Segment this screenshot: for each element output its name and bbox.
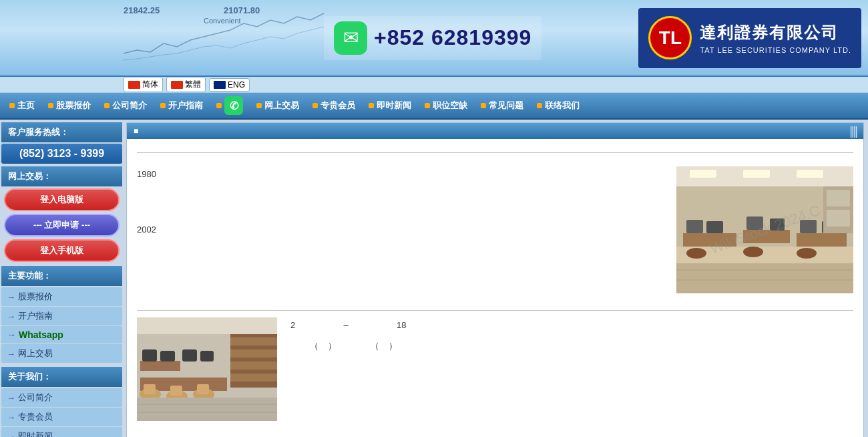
svg-rect-10 — [743, 230, 790, 243]
sidebar-news-label: 即时新闻 — [18, 430, 53, 437]
svg-rect-15 — [770, 218, 785, 231]
nav-home-label: 主页 — [17, 100, 35, 112]
lang-hk[interactable]: 繁體 — [166, 77, 206, 92]
logo-text: 達利證券有限公司 TAT LEE SECURITIES COMPANY LTD. — [700, 22, 851, 54]
svg-rect-30 — [230, 337, 277, 345]
company-max: 18 — [397, 320, 406, 330]
office-image-modern: WikiStock 2024.C — [676, 166, 853, 293]
sidebar-item-online-trade[interactable]: → 网上交易 — [1, 344, 122, 363]
svg-text:21842.25: 21842.25 — [124, 5, 160, 15]
sidebar-item-open-account[interactable]: → 开户指南 — [1, 307, 122, 325]
page-header: 21842.25 21071.80 Convenient ✉ +852 6281… — [0, 0, 868, 77]
content-header: ■ |||| — [127, 123, 863, 139]
arrow-icon-5: → — [7, 393, 15, 403]
sidebar-company-label: 公司简介 — [18, 392, 53, 404]
arrow-icon-7: → — [7, 432, 15, 438]
lang-hk-label: 繁體 — [185, 79, 201, 90]
company-text-2: 2 – 18 （ ） （ ） — [290, 317, 853, 421]
svg-rect-39 — [200, 351, 214, 361]
nav-home[interactable]: 主页 — [3, 96, 41, 116]
arrow-icon-4: → — [7, 349, 15, 359]
svg-text:Convenient: Convenient — [204, 17, 241, 25]
nav-dot-quotes — [48, 103, 53, 108]
btn-login-mobile[interactable]: 登入手机版 — [4, 239, 120, 262]
lang-cn-label: 简体 — [142, 79, 158, 90]
logo-icon: TL — [648, 16, 692, 59]
sidebar-open-account-label: 开户指南 — [18, 310, 53, 322]
nav-open-account[interactable]: 开户指南 — [154, 96, 210, 116]
nav-contact-label: 联络我们 — [545, 100, 580, 112]
logo-cn: 達利證券有限公司 — [700, 22, 851, 43]
company-intro-section: 1980 2002 — [137, 160, 853, 300]
nav-quotes-label: 股票报价 — [56, 100, 91, 112]
arrow-icon-2: → — [7, 311, 15, 321]
svg-rect-5 — [690, 170, 716, 178]
sidebar-phone: (852) 3123 - 9399 — [1, 144, 122, 164]
nav-dot-wa — [216, 103, 222, 108]
svg-point-20 — [797, 248, 817, 259]
header-phone-number: +852 62819399 — [374, 25, 531, 50]
main-content: ■ |||| 1980 2002 — [126, 122, 864, 437]
nav-online-trade[interactable]: 网上交易 — [250, 96, 306, 116]
content-body: 1980 2002 — [127, 139, 863, 428]
year-2002: 2002 — [137, 222, 663, 237]
navbar: 主页 股票报价 公司简介 开户指南 ✆ 网上交易 专贵会员 即时新闻 职位空缺 … — [0, 93, 868, 120]
sidebar-item-whatsapp[interactable]: → Whatsapp — [1, 326, 122, 343]
lang-cn[interactable]: 简体 — [124, 77, 163, 92]
nav-dot-jobs — [425, 103, 430, 108]
btn-login-pc[interactable]: 登入电脑版 — [4, 188, 120, 211]
nav-premium[interactable]: 专贵会员 — [306, 96, 362, 116]
sidebar-online-trade-link-label: 网上交易 — [18, 347, 53, 359]
btn-apply[interactable]: --- 立即申请 --- — [4, 214, 120, 237]
stock-chart: 21842.25 21071.80 Convenient — [117, 0, 331, 77]
sidebar: 客户服务热线： (852) 3123 - 9399 网上交易： 登入电脑版 --… — [0, 120, 124, 437]
content-wrap: 客户服务热线： (852) 3123 - 9399 网上交易： 登入电脑版 --… — [0, 120, 868, 437]
nav-dot-faq — [481, 103, 486, 108]
nav-contact[interactable]: 联络我们 — [530, 96, 586, 116]
nav-whatsapp[interactable]: ✆ — [210, 92, 250, 119]
svg-rect-45 — [197, 384, 209, 394]
nav-dot-ot — [256, 103, 262, 108]
whatsapp-icon-header: ✉ — [334, 21, 367, 55]
sidebar-item-news[interactable]: → 即时新闻 — [1, 427, 122, 437]
content-header-lines: |||| — [849, 124, 857, 138]
svg-point-19 — [743, 247, 763, 257]
office-svg-modern — [676, 166, 853, 293]
content-header-dot: ■ — [134, 126, 138, 136]
count-text: 2 – 18 — [290, 317, 853, 333]
svg-rect-33 — [230, 374, 277, 382]
office-svg-old — [137, 317, 277, 421]
svg-rect-26 — [827, 210, 850, 227]
svg-rect-32 — [230, 361, 277, 370]
nav-jobs[interactable]: 职位空缺 — [418, 96, 474, 116]
svg-rect-43 — [144, 384, 156, 394]
sidebar-item-company[interactable]: → 公司简介 — [1, 388, 122, 407]
svg-rect-7 — [797, 170, 823, 178]
svg-rect-37 — [160, 351, 175, 361]
company-text-1: 1980 2002 — [137, 166, 663, 293]
nav-premium-label: 专贵会员 — [320, 100, 355, 112]
nav-news[interactable]: 即时新闻 — [362, 96, 418, 116]
sidebar-whatsapp-label: Whatsapp — [19, 329, 63, 340]
svg-rect-36 — [142, 349, 157, 361]
svg-rect-16 — [800, 220, 817, 233]
nav-about[interactable]: 公司简介 — [97, 96, 154, 116]
company-count: 2 — [290, 320, 295, 330]
nav-dot-news — [369, 103, 374, 108]
nav-online-trade-label: 网上交易 — [264, 100, 299, 112]
svg-rect-6 — [743, 170, 770, 178]
header-phone-area: ✉ +852 62819399 — [324, 16, 541, 60]
sidebar-item-quotes[interactable]: → 股票报价 — [1, 287, 122, 306]
lang-en[interactable]: ENG — [209, 78, 250, 92]
year-1980: 1980 — [137, 166, 663, 182]
flag-uk — [214, 81, 226, 89]
nav-quotes[interactable]: 股票报价 — [41, 96, 97, 116]
nav-dot-home — [9, 103, 15, 108]
nav-dot-premium — [312, 103, 318, 108]
svg-text:21071.80: 21071.80 — [224, 5, 260, 15]
nav-faq[interactable]: 常见问题 — [474, 96, 530, 116]
sidebar-item-premium[interactable]: → 专贵会员 — [1, 408, 122, 426]
divider-top — [137, 152, 853, 153]
svg-rect-25 — [827, 190, 850, 206]
arrow-icon-6: → — [7, 412, 15, 422]
